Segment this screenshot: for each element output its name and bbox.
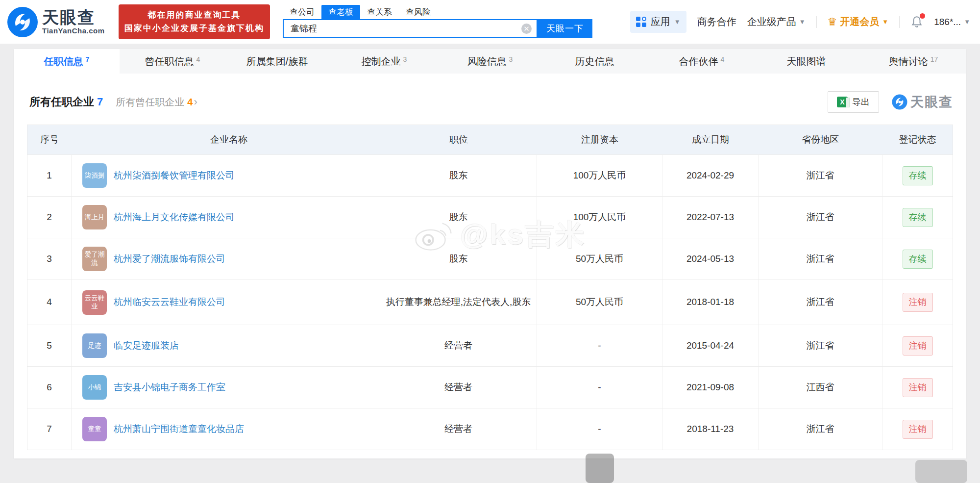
position-cell: 经营者 — [380, 367, 537, 408]
search-tab-boss[interactable]: 查老板 — [321, 5, 360, 19]
tab-group[interactable]: 所属集团/族群 — [225, 49, 331, 74]
search-tab-risk[interactable]: 查风险 — [399, 5, 438, 19]
status-badge: 注销 — [903, 420, 933, 439]
watermark-artifact — [915, 460, 967, 483]
apps-grid-icon — [636, 17, 647, 27]
chevron-down-icon: ▼ — [674, 18, 681, 25]
province-cell: 浙江省 — [759, 238, 882, 280]
company-link[interactable]: 吉安县小锦电子商务工作室 — [114, 381, 225, 395]
tab-positions[interactable]: 任职信息7 — [14, 49, 120, 74]
positions-table: 序号 企业名称 职位 注册资本 成立日期 省份地区 登记状态 1 柒酒捌 杭州柒… — [27, 125, 953, 450]
apps-menu[interactable]: 应用 ▼ — [630, 11, 686, 33]
tab-public-opinion[interactable]: 舆情讨论17 — [860, 49, 966, 74]
date-cell: 2018-01-18 — [662, 280, 759, 325]
promo-line1: 都在用的商业查询工具 — [124, 9, 264, 22]
tianyancha-logo[interactable]: 天眼查 TianYanCha.com — [7, 6, 108, 38]
notification-dot — [920, 13, 925, 19]
tab-controlled-companies[interactable]: 控制企业3 — [331, 49, 437, 74]
table-row: 3 爱了潮流 杭州爱了潮流服饰有限公司 股东 50万人民币 2024-05-13… — [27, 238, 953, 280]
col-no: 序号 — [27, 129, 72, 151]
status-badge: 存续 — [903, 250, 933, 269]
position-cell: 经营者 — [380, 325, 537, 366]
date-cell: 2015-04-24 — [662, 325, 759, 366]
section-title: 所有任职企业7 — [29, 95, 103, 109]
province-cell: 浙江省 — [759, 155, 882, 196]
capital-cell: 100万人民币 — [537, 197, 662, 238]
table-row: 6 小锦 吉安县小锦电子商务工作室 经营者 - 2021-09-08 江西省 注… — [27, 366, 953, 408]
status-badge: 存续 — [903, 166, 933, 185]
search-tabs: 查公司 查老板 查关系 查风险 — [283, 6, 592, 19]
search-area: 查公司 查老板 查关系 查风险 ✕ 天眼一下 — [283, 6, 592, 38]
province-cell: 浙江省 — [759, 280, 882, 325]
search-tab-company[interactable]: 查公司 — [283, 5, 321, 19]
chevron-right-icon: › — [194, 96, 197, 108]
search-tab-relation[interactable]: 查关系 — [360, 5, 399, 19]
excel-icon: X — [837, 97, 848, 107]
company-avatar: 小锦 — [82, 375, 107, 400]
company-link[interactable]: 杭州临安云云鞋业有限公司 — [114, 295, 225, 309]
clear-search-icon[interactable]: ✕ — [521, 24, 532, 34]
tab-history-info[interactable]: 历史信息 — [543, 49, 649, 74]
company-link[interactable]: 杭州海上月文化传媒有限公司 — [114, 210, 235, 225]
company-link[interactable]: 临安足迹服装店 — [114, 339, 179, 353]
status-badge: 注销 — [903, 378, 933, 397]
status-badge: 存续 — [903, 208, 933, 227]
crown-icon: ♛ — [828, 16, 837, 28]
chevron-down-icon: ▼ — [964, 18, 970, 25]
account-menu[interactable]: 186*... ▼ — [934, 17, 970, 27]
province-cell: 浙江省 — [759, 408, 882, 450]
nav-enterprise-products[interactable]: 企业级产品 ▼ — [747, 15, 806, 28]
company-link[interactable]: 杭州萧山宁围街道童童化妆品店 — [114, 422, 244, 436]
status-badge: 注销 — [903, 293, 933, 312]
col-capital: 注册资本 — [537, 129, 662, 151]
tab-partners[interactable]: 合作伙伴4 — [649, 49, 755, 74]
capital-cell: - — [537, 408, 662, 450]
province-cell: 浙江省 — [759, 325, 882, 366]
tab-risk-info[interactable]: 风险信息3 — [437, 49, 543, 74]
company-avatar: 爱了潮流 — [82, 247, 107, 271]
search-input[interactable] — [284, 20, 537, 37]
company-avatar: 足迹 — [82, 333, 107, 358]
content-card: 任职信息7 曾任职信息4 所属集团/族群 控制企业3 风险信息3 历史信息 合作… — [14, 49, 966, 458]
search-button[interactable]: 天眼一下 — [538, 19, 592, 38]
nav-business-cooperation[interactable]: 商务合作 — [697, 15, 736, 28]
table-row: 5 足迹 临安足迹服装店 经营者 - 2015-04-24 浙江省 注销 — [27, 325, 953, 366]
divider — [816, 16, 817, 28]
status-badge: 注销 — [903, 336, 933, 356]
position-cell: 执行董事兼总经理,法定代表人,股东 — [380, 280, 537, 325]
top-nav: 应用 ▼ 商务合作 企业级产品 ▼ ♛ 开通会员 ▼ 186*... ▼ — [630, 11, 970, 33]
col-province: 省份地区 — [759, 129, 882, 151]
former-companies-link[interactable]: 所有曾任职企业4› — [116, 96, 197, 109]
nav-vip-upgrade[interactable]: ♛ 开通会员 ▼ — [828, 15, 889, 28]
position-cell: 股东 — [380, 155, 537, 196]
date-cell: 2024-05-13 — [662, 238, 759, 280]
table-row: 7 童童 杭州萧山宁围街道童童化妆品店 经营者 - 2018-11-23 浙江省… — [27, 408, 953, 450]
position-cell: 经营者 — [380, 408, 537, 450]
tianyancha-logo-icon — [7, 6, 38, 38]
apps-label: 应用 — [651, 15, 670, 28]
col-status: 登记状态 — [882, 129, 953, 151]
province-cell: 浙江省 — [759, 197, 882, 238]
date-cell: 2018-11-23 — [662, 408, 759, 450]
tianyancha-mini-icon — [892, 94, 907, 110]
divider — [899, 16, 900, 28]
company-link[interactable]: 杭州柒酒捌餐饮管理有限公司 — [114, 169, 235, 183]
notifications-bell-icon[interactable] — [910, 15, 923, 29]
company-link[interactable]: 杭州爱了潮流服饰有限公司 — [114, 252, 225, 266]
promo-banner[interactable]: 都在用的商业查询工具 国家中小企业发展子基金旗下机构 — [119, 4, 270, 39]
company-avatar: 柒酒捌 — [82, 163, 107, 188]
section-header: 所有任职企业7 所有曾任职企业4› X 导出 天眼查 — [14, 74, 966, 125]
table-row: 1 柒酒捌 杭州柒酒捌餐饮管理有限公司 股东 100万人民币 2024-02-2… — [27, 154, 953, 196]
export-button[interactable]: X 导出 — [828, 91, 879, 113]
province-cell: 江西省 — [759, 367, 882, 408]
chevron-down-icon: ▼ — [799, 18, 806, 25]
tab-graph[interactable]: 天眼图谱 — [755, 49, 860, 74]
chevron-down-icon: ▼ — [882, 18, 888, 25]
promo-line2: 国家中小企业发展子基金旗下机构 — [124, 22, 264, 35]
col-date: 成立日期 — [662, 129, 759, 151]
logo-title: 天眼查 — [42, 9, 105, 26]
position-cell: 股东 — [380, 238, 537, 280]
tab-former-positions[interactable]: 曾任职信息4 — [120, 49, 225, 74]
col-position: 职位 — [380, 129, 537, 151]
top-header: 天眼查 TianYanCha.com 都在用的商业查询工具 国家中小企业发展子基… — [0, 0, 980, 44]
